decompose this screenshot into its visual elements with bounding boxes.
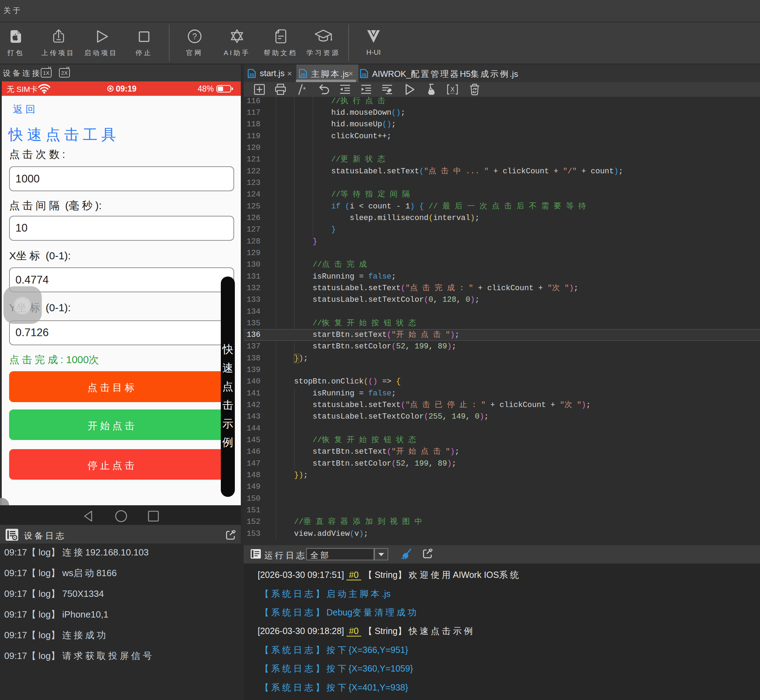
svg-text:JS: JS [249,72,255,78]
svg-text:JS: JS [300,72,306,78]
svg-text:JS: JS [361,72,367,78]
svg-text:*: * [302,86,307,94]
svg-text:X: X [450,86,455,93]
svg-text:?: ? [192,32,197,41]
